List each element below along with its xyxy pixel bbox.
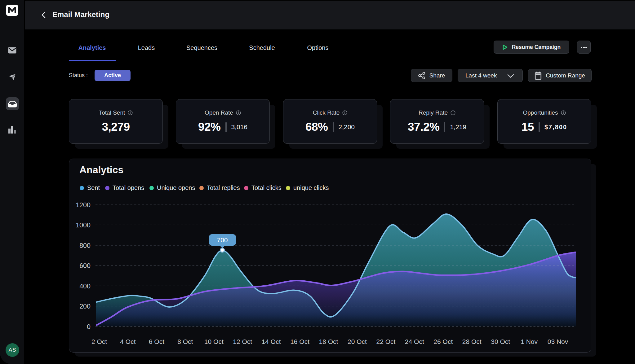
- svg-text:28 Oct: 28 Oct: [462, 338, 482, 345]
- svg-text:26 Oct: 26 Oct: [433, 338, 453, 345]
- svg-text:600: 600: [79, 262, 91, 270]
- svg-text:2 Oct: 2 Oct: [91, 338, 107, 345]
- svg-text:6 Oct: 6 Oct: [149, 338, 164, 345]
- svg-text:4 Oct: 4 Oct: [120, 338, 135, 345]
- svg-text:8 Oct: 8 Oct: [177, 338, 193, 345]
- svg-text:14 Oct: 14 Oct: [262, 338, 281, 345]
- svg-text:200: 200: [79, 303, 91, 310]
- svg-text:12 Oct: 12 Oct: [233, 338, 252, 345]
- svg-text:0: 0: [87, 323, 91, 331]
- svg-text:10 Oct: 10 Oct: [204, 338, 224, 345]
- svg-text:400: 400: [79, 283, 91, 290]
- svg-text:18 Oct: 18 Oct: [319, 338, 338, 345]
- svg-text:1200: 1200: [76, 201, 91, 209]
- svg-text:16 Oct: 16 Oct: [290, 338, 309, 345]
- svg-text:03 Nov: 03 Nov: [548, 338, 568, 345]
- svg-text:700: 700: [217, 236, 228, 243]
- svg-text:1000: 1000: [76, 221, 91, 229]
- svg-text:22 Oct: 22 Oct: [376, 338, 395, 345]
- svg-text:800: 800: [79, 242, 91, 249]
- svg-text:30 Oct: 30 Oct: [491, 338, 510, 345]
- svg-text:20 Oct: 20 Oct: [348, 338, 367, 345]
- svg-text:24 Oct: 24 Oct: [405, 338, 424, 345]
- svg-text:1 Nov: 1 Nov: [521, 338, 538, 345]
